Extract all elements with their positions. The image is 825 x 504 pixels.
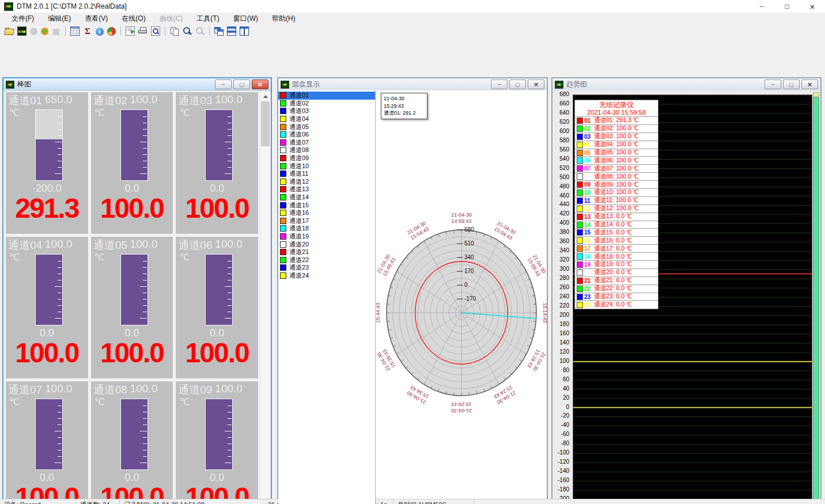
- channel-list-item[interactable]: 通道16: [278, 209, 375, 217]
- channel-list-item[interactable]: 通道10: [278, 162, 375, 170]
- bar-window-minimize-button[interactable]: [215, 79, 232, 89]
- channel-list-item[interactable]: 通道24: [278, 272, 375, 280]
- menu-view[interactable]: 查看(V): [78, 14, 115, 24]
- stop-disabled-icon[interactable]: [53, 29, 59, 35]
- trend-window-minimize-button[interactable]: [765, 79, 781, 89]
- slider-top-handle[interactable]: [813, 92, 819, 97]
- record-icon[interactable]: [41, 28, 48, 35]
- channel-list-item[interactable]: 通道19: [278, 233, 375, 241]
- channel-list-item[interactable]: 通道20: [278, 240, 375, 248]
- app-minimize-button[interactable]: [749, 0, 774, 13]
- channel-list-item[interactable]: 通道06: [278, 131, 375, 139]
- legend-color-swatch: [577, 181, 583, 188]
- channel-list-item[interactable]: 通道21: [278, 248, 375, 256]
- gauge-header: 通道04100.0: [6, 237, 88, 251]
- y-axis-tick-label: 40: [552, 385, 570, 392]
- channel-list-item[interactable]: 通道17: [278, 217, 375, 225]
- gauge-fill: [36, 399, 62, 469]
- gauge-tick: [55, 463, 62, 463]
- channel-list-item[interactable]: 通道04: [278, 115, 375, 123]
- y-axis-tick-label: 160: [552, 330, 570, 336]
- channel-list-item[interactable]: 通道23: [278, 264, 375, 272]
- legend-row: 04通道04: 100.0 ℃: [575, 141, 658, 149]
- channel-list-item[interactable]: 通道14: [278, 194, 375, 202]
- channel-list-item[interactable]: 通道02: [278, 100, 375, 108]
- scrollbar-up-button[interactable]: [260, 92, 270, 101]
- disc-window-minimize-button[interactable]: [491, 79, 508, 89]
- info-icon[interactable]: [96, 28, 104, 36]
- gauge-tick: [55, 142, 62, 142]
- gauge-tick: [228, 437, 232, 438]
- channel-list-item[interactable]: 通道08: [278, 146, 375, 154]
- copy-icon[interactable]: [170, 26, 179, 36]
- gauge-track: [120, 109, 148, 181]
- menu-file[interactable]: 文件(F): [5, 14, 41, 24]
- channel-list-item[interactable]: 通道13: [278, 185, 375, 194]
- tile-vertical-icon[interactable]: [240, 26, 249, 36]
- disc-window-titlebar[interactable]: 圆盘显示: [278, 78, 547, 91]
- channel-list-item[interactable]: 通道22: [278, 256, 375, 264]
- status-item: 设备: Record: [0, 499, 76, 504]
- bar-window-close-button[interactable]: [252, 79, 268, 89]
- bar-window-maximize-button[interactable]: [233, 79, 250, 89]
- zoom-out-disabled-icon[interactable]: [195, 26, 205, 36]
- gauge-tick: [58, 116, 62, 117]
- disc-window-maximize-button[interactable]: [509, 79, 526, 89]
- channel-list-item[interactable]: 通道01: [278, 92, 375, 100]
- export-data-icon[interactable]: [126, 26, 135, 36]
- print-preview-icon[interactable]: [151, 26, 160, 36]
- trend-window-close-button[interactable]: [801, 79, 818, 89]
- y-axis-tick-label: 380: [552, 229, 570, 235]
- slider-bar[interactable]: [813, 97, 819, 504]
- channel-list-item[interactable]: 通道05: [278, 123, 375, 131]
- disc-window-close-button[interactable]: [528, 79, 544, 89]
- gauge-tick: [58, 148, 62, 149]
- channel-list-item[interactable]: 通道11: [278, 170, 375, 178]
- svg-text:170: 170: [464, 268, 474, 274]
- channel-list-item[interactable]: 通道15: [278, 201, 375, 209]
- realtime-chart-icon[interactable]: [17, 26, 27, 36]
- status-circle-disabled-icon[interactable]: [30, 28, 37, 35]
- channel-list-item[interactable]: 通道09: [278, 154, 375, 162]
- menu-tools[interactable]: 工具(T): [190, 14, 226, 24]
- data-table-icon[interactable]: [70, 26, 80, 36]
- menu-edit[interactable]: 编辑(E): [41, 14, 78, 24]
- menu-help[interactable]: 帮助(H): [265, 14, 302, 24]
- gauge-header: 通道07100.0: [6, 381, 88, 395]
- gauge-tick: [228, 312, 232, 312]
- gauge-tick: [143, 167, 147, 168]
- scrollbar-thumb[interactable]: [261, 101, 270, 146]
- trend-vertical-slider[interactable]: [812, 92, 820, 504]
- print-icon[interactable]: [138, 26, 147, 36]
- y-axis-tick-label: 80: [552, 367, 570, 373]
- app-close-button[interactable]: [800, 0, 825, 13]
- bar-window-scrollbar[interactable]: [260, 92, 270, 504]
- channel-list-item[interactable]: 通道12: [278, 178, 375, 186]
- bar-window-titlebar[interactable]: 棒图: [3, 78, 271, 91]
- open-file-icon[interactable]: [5, 26, 14, 36]
- statistics-sigma-icon[interactable]: [83, 26, 92, 36]
- gauge-tick: [143, 274, 147, 274]
- status-item: 记录时间: 21-04-30 14:51:08: [120, 499, 264, 504]
- legend-channel-number: 03: [584, 134, 594, 140]
- cascade-windows-icon[interactable]: [214, 26, 224, 36]
- channel-list-item[interactable]: 通道07: [278, 139, 375, 147]
- channel-color-swatch: [280, 218, 286, 224]
- channel-list-item[interactable]: 通道18: [278, 225, 375, 233]
- tile-horizontal-icon[interactable]: [227, 26, 236, 36]
- channel-list-item[interactable]: 通道03: [278, 107, 375, 115]
- menu-window[interactable]: 窗口(W): [226, 14, 265, 24]
- menu-online[interactable]: 在线(O): [115, 14, 152, 24]
- gauge-current-value: 291.3: [6, 190, 88, 228]
- app-maximize-button[interactable]: [774, 0, 800, 13]
- channel-color-swatch: [280, 257, 286, 263]
- trend-window-titlebar[interactable]: 趋势图: [552, 78, 820, 91]
- legend-channel-number: 19: [584, 262, 594, 268]
- gauge-tick: [58, 444, 62, 444]
- gauge-tick: [228, 305, 232, 306]
- channel-name: 通道01: [8, 93, 43, 106]
- svg-text:15:14:43: 15:14:43: [542, 302, 547, 323]
- pie-chart-icon[interactable]: [107, 27, 116, 36]
- zoom-in-icon[interactable]: [183, 26, 192, 36]
- trend-window-maximize-button[interactable]: [783, 79, 800, 89]
